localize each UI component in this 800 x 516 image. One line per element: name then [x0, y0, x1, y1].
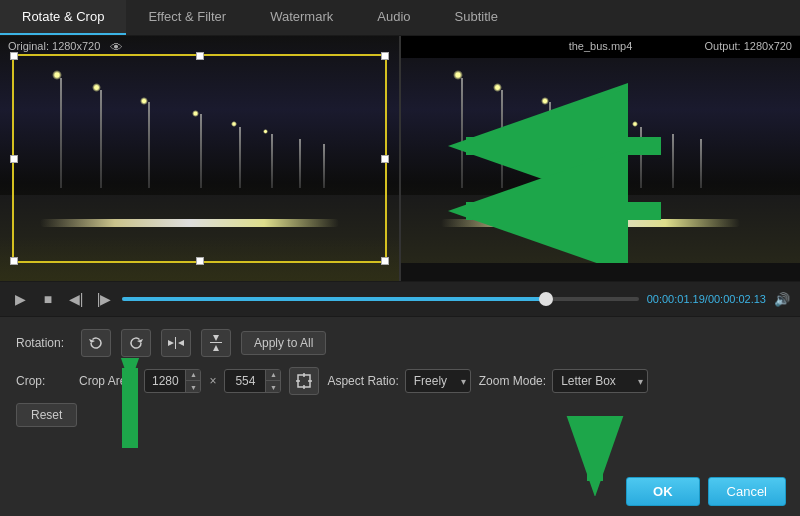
- timeline-progress: [122, 297, 546, 301]
- flip-horizontal-button[interactable]: [161, 329, 191, 357]
- crop-handle-br[interactable]: [381, 257, 389, 265]
- zoom-mode-group: Zoom Mode: Letter Box Pan & Scan Full: [479, 369, 648, 393]
- timeline-track[interactable]: [122, 297, 639, 301]
- tab-bar: Rotate & Crop Effect & Filter Watermark …: [0, 0, 800, 36]
- height-spin-up[interactable]: ▲: [266, 369, 280, 381]
- output-label: Output: 1280x720: [705, 40, 792, 52]
- crop-label: Crop:: [16, 374, 71, 388]
- crop-width-input-group: ▲ ▼: [144, 369, 201, 393]
- original-video-panel: Original: 1280x720 👁: [0, 36, 401, 281]
- video-area: Original: 1280x720 👁: [0, 36, 800, 281]
- crop-width-input[interactable]: [145, 372, 185, 390]
- tab-subtitle[interactable]: Subtitle: [433, 0, 520, 35]
- tab-watermark[interactable]: Watermark: [248, 0, 355, 35]
- zoom-mode-select[interactable]: Letter Box Pan & Scan Full: [552, 369, 648, 393]
- volume-icon[interactable]: 🔊: [774, 292, 790, 307]
- next-frame-button[interactable]: |▶: [94, 289, 114, 309]
- crop-frame[interactable]: [12, 54, 387, 263]
- reset-row: Reset: [16, 403, 784, 427]
- svg-rect-7: [210, 342, 222, 343]
- crop-handle-bm[interactable]: [196, 257, 204, 265]
- video-filename: the_bus.mp4: [569, 40, 633, 52]
- rotation-row: Rotation:: [16, 329, 784, 357]
- original-label: Original: 1280x720: [8, 40, 100, 52]
- zoom-mode-select-wrapper: Letter Box Pan & Scan Full: [552, 369, 648, 393]
- multiply-sign: ×: [209, 374, 216, 388]
- timeline-thumb[interactable]: [539, 292, 553, 306]
- height-spinners: ▲ ▼: [265, 369, 280, 393]
- aspect-ratio-select[interactable]: Freely 16:9 4:3 1:1 9:16: [405, 369, 471, 393]
- rotate-ccw-button[interactable]: [81, 329, 111, 357]
- timeline: ▶ ■ ◀| |▶ 00:00:01.19/00:00:02.13 🔊: [0, 281, 800, 317]
- zoom-mode-label: Zoom Mode:: [479, 374, 546, 388]
- tab-rotate-crop[interactable]: Rotate & Crop: [0, 0, 126, 35]
- center-button[interactable]: [289, 367, 319, 395]
- svg-marker-9: [213, 345, 219, 351]
- tab-effect-filter[interactable]: Effect & Filter: [126, 0, 248, 35]
- crop-row: Crop: Crop Area: ▲ ▼ × ▲ ▼: [16, 367, 784, 395]
- bottom-bar: OK Cancel: [612, 467, 800, 516]
- svg-rect-4: [175, 337, 176, 349]
- tab-audio[interactable]: Audio: [355, 0, 432, 35]
- ok-button[interactable]: OK: [626, 477, 700, 506]
- crop-handle-ml[interactable]: [10, 155, 18, 163]
- crop-handle-mr[interactable]: [381, 155, 389, 163]
- crop-handle-bl[interactable]: [10, 257, 18, 265]
- reset-button[interactable]: Reset: [16, 403, 77, 427]
- height-spin-down[interactable]: ▼: [266, 381, 280, 393]
- rotate-cw-button[interactable]: [121, 329, 151, 357]
- crop-handle-tm[interactable]: [196, 52, 204, 60]
- svg-marker-5: [168, 340, 174, 346]
- prev-frame-button[interactable]: ◀|: [66, 289, 86, 309]
- rotation-label: Rotation:: [16, 336, 71, 350]
- width-spin-down[interactable]: ▼: [186, 381, 200, 393]
- svg-marker-6: [178, 340, 184, 346]
- crop-handle-tl[interactable]: [10, 52, 18, 60]
- aspect-ratio-group: Aspect Ratio: Freely 16:9 4:3 1:1 9:16: [327, 369, 470, 393]
- aspect-ratio-label: Aspect Ratio:: [327, 374, 398, 388]
- crop-height-input-group: ▲ ▼: [224, 369, 281, 393]
- crop-handle-tr[interactable]: [381, 52, 389, 60]
- svg-marker-8: [213, 335, 219, 341]
- output-video-panel: the_bus.mp4 Output: 1280x720: [401, 36, 800, 281]
- crop-height-input[interactable]: [225, 372, 265, 390]
- output-video-frame: [401, 36, 800, 281]
- stop-button[interactable]: ■: [38, 289, 58, 309]
- flip-vertical-button[interactable]: [201, 329, 231, 357]
- width-spinners: ▲ ▼: [185, 369, 200, 393]
- eye-icon[interactable]: 👁: [110, 40, 123, 55]
- width-spin-up[interactable]: ▲: [186, 369, 200, 381]
- play-button[interactable]: ▶: [10, 289, 30, 309]
- timeline-time: 00:00:01.19/00:00:02.13: [647, 293, 766, 305]
- controls-panel: Rotation:: [0, 317, 800, 447]
- apply-to-all-button[interactable]: Apply to All: [241, 331, 326, 355]
- aspect-ratio-select-wrapper: Freely 16:9 4:3 1:1 9:16: [405, 369, 471, 393]
- cancel-button[interactable]: Cancel: [708, 477, 786, 506]
- crop-area-label: Crop Area:: [79, 374, 136, 388]
